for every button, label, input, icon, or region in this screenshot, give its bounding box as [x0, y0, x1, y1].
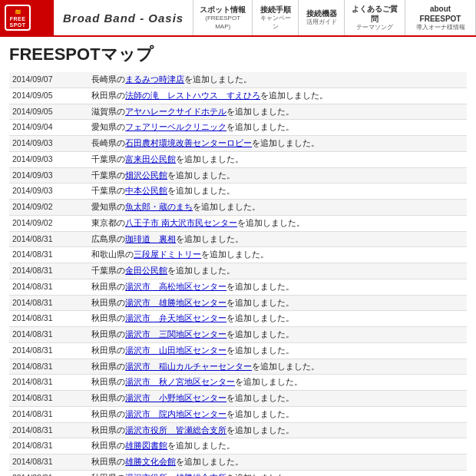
entry-link[interactable]: 雄勝図書館: [125, 441, 167, 450]
nav-item-0[interactable]: スポット情報(FREESPOT MAP): [193, 0, 253, 35]
date-cell: 2014/09/03: [9, 136, 88, 152]
entry-link[interactable]: 湯沢市役所 皆瀬総合支所: [125, 425, 226, 435]
entry-link[interactable]: 湯沢市 弁天地区センター: [125, 313, 226, 322]
entry-suffix: を追加しました。: [167, 186, 235, 195]
entry-link[interactable]: 湯沢市 秋ノ宮地区センター: [125, 377, 235, 386]
date-cell: 2014/08/31: [9, 231, 88, 247]
entry-link[interactable]: 金田公民館: [125, 266, 167, 275]
entry-link[interactable]: 湯沢市 院内地区センター: [125, 409, 226, 418]
info-cell: 秋田県の湯沢市 弁天地区センターを追加しました。: [88, 311, 467, 327]
table-row: 2014/09/05滋賀県のアヤハレークサイドホテルを追加しました。: [9, 104, 467, 120]
entry-link[interactable]: アヤハレークサイドホテル: [125, 107, 226, 116]
nav-item-3[interactable]: よくあるご質問テーマソング: [345, 0, 405, 35]
entry-prefix: 秋田県の: [91, 298, 125, 307]
entry-link[interactable]: 湯沢市 高松地区センター: [125, 282, 226, 291]
entry-link[interactable]: 珈琲道 裏相: [125, 234, 176, 243]
info-cell: 秋田県の湯沢市 高松地区センターを追加しました。: [88, 279, 467, 295]
map-table: 2014/09/07長崎県のまるみつ時津店を追加しました。2014/09/05秋…: [9, 72, 467, 476]
info-cell: 秋田県の雄勝文化会館を追加しました。: [88, 455, 467, 471]
table-row: 2014/08/31千葉県の金田公民館を追加しました。: [9, 263, 467, 279]
nav-item-2[interactable]: 接続機器活用ガイド: [299, 0, 345, 35]
table-row: 2014/08/31秋田県の湯沢市 稲山カルチャーセンターを追加しました。: [9, 359, 467, 375]
date-cell: 2014/08/31: [9, 247, 88, 263]
entry-prefix: 千葉県の: [91, 170, 125, 180]
entry-prefix: 長崎県の: [91, 138, 125, 147]
date-cell: 2014/08/31: [9, 327, 88, 343]
entry-prefix: 秋田県の: [91, 362, 125, 371]
table-row: 2014/09/03長崎県の石田農村環境改善センターロビーを追加しました。: [9, 136, 467, 152]
page-title: FREESPOTマップ: [9, 43, 467, 66]
info-cell: 東京都の八王子市 南大沢市民センターを追加しました。: [88, 215, 467, 231]
entry-link[interactable]: 中本公民館: [125, 186, 167, 195]
entry-link[interactable]: フェアリーベルクリニック: [125, 122, 226, 131]
date-cell: 2014/09/02: [9, 215, 88, 231]
entry-suffix: を追加しました。: [226, 425, 294, 435]
table-row: 2014/09/02愛知県の魚太郎・蔵のまちを追加しました。: [9, 200, 467, 216]
date-cell: 2014/08/31: [9, 263, 88, 279]
entry-suffix: を追加しました。: [167, 266, 235, 275]
entry-link[interactable]: 畑沢公民館: [125, 170, 167, 180]
entry-suffix: を追加しました。: [226, 329, 294, 339]
table-row: 2014/08/31広島県の珈琲道 裏相を追加しました。: [9, 231, 467, 247]
entry-prefix: 滋賀県の: [91, 107, 125, 116]
entry-prefix: 秋田県の: [91, 313, 125, 322]
entry-link[interactable]: 湯沢市 雄勝地区センター: [125, 298, 226, 307]
info-cell: 秋田県の雄勝図書館を追加しました。: [88, 438, 467, 455]
entry-link[interactable]: 雄勝文化会館: [125, 457, 176, 466]
entry-link[interactable]: 湯沢市 小野地区センター: [125, 393, 226, 402]
brand-area: Broad Band - Oasis: [54, 0, 193, 35]
entry-link[interactable]: 富来田公民館: [125, 154, 176, 164]
table-row: 2014/08/31秋田県の湯沢市 院内地区センターを追加しました。: [9, 406, 467, 422]
entry-suffix: を追加しました。: [260, 91, 328, 100]
entry-link[interactable]: 法師の滝 レストハウス すえひろ: [125, 91, 260, 100]
entry-prefix: 千葉県の: [91, 186, 125, 195]
entry-link[interactable]: 八王子市 南大沢市民センター: [125, 218, 237, 227]
info-cell: 愛知県のフェアリーベルクリニックを追加しました。: [88, 120, 467, 136]
nav-top-3: よくあるご質問: [349, 4, 400, 24]
entry-suffix: を追加しました。: [226, 345, 294, 355]
entry-suffix: を追加しました。: [176, 154, 243, 164]
entry-prefix: 秋田県の: [91, 282, 125, 291]
info-cell: 秋田県の湯沢市 小野地区センターを追加しました。: [88, 391, 467, 407]
entry-link[interactable]: まるみつ時津店: [125, 74, 184, 84]
entry-prefix: 秋田県の: [91, 425, 125, 435]
entry-prefix: 秋田県の: [91, 377, 125, 386]
date-cell: 2014/08/31: [9, 359, 88, 375]
date-cell: 2014/08/31: [9, 406, 88, 422]
date-cell: 2014/08/31: [9, 455, 88, 471]
info-cell: 千葉県の富来田公民館を追加しました。: [88, 151, 467, 167]
logo-area: ≋ FREE SPOT: [0, 0, 54, 35]
entry-prefix: 秋田県の: [91, 457, 125, 466]
entry-prefix: 秋田県の: [91, 393, 125, 402]
nav-bottom-4: 導入オーナ様情報: [416, 24, 465, 31]
date-cell: 2014/09/04: [9, 120, 88, 136]
entry-prefix: 長崎県の: [91, 74, 125, 84]
entry-link[interactable]: 湯沢市役所 雄勝総合支所: [125, 473, 226, 476]
entry-link[interactable]: 湯沢市 山田地区センター: [125, 345, 226, 355]
info-cell: 長崎県の石田農村環境改善センターロビーを追加しました。: [88, 136, 467, 152]
entry-link[interactable]: 三段屋ドミトリー: [134, 250, 201, 259]
entry-link[interactable]: 石田農村環境改善センターロビー: [125, 138, 252, 147]
entry-link[interactable]: 魚太郎・蔵のまち: [125, 202, 193, 211]
entry-prefix: 千葉県の: [91, 266, 125, 275]
nav-item-1[interactable]: 接続手順キャンペーン: [253, 0, 299, 35]
info-cell: 愛知県の魚太郎・蔵のまちを追加しました。: [88, 200, 467, 216]
entry-prefix: 愛知県の: [91, 122, 125, 131]
entry-prefix: 東京都の: [91, 218, 125, 227]
date-cell: 2014/08/31: [9, 295, 88, 311]
entry-link[interactable]: 湯沢市 稲山カルチャーセンター: [125, 362, 252, 371]
main-content: FREESPOTマップ 2014/09/07長崎県のまるみつ時津店を追加しました…: [0, 37, 476, 476]
entry-prefix: 秋田県の: [91, 441, 125, 450]
nav-bottom-1: キャンペーン: [257, 15, 293, 31]
date-cell: 2014/09/03: [9, 183, 88, 200]
date-cell: 2014/08/31: [9, 422, 88, 438]
date-cell: 2014/09/07: [9, 72, 88, 88]
nav-bottom-0: (FREESPOT MAP): [198, 15, 247, 31]
entry-link[interactable]: 湯沢市 三関地区センター: [125, 329, 226, 339]
nav-top-2: 接続機器: [306, 8, 337, 18]
info-cell: 千葉県の金田公民館を追加しました。: [88, 263, 467, 279]
entry-suffix: を追加しました。: [226, 393, 294, 402]
table-row: 2014/08/31秋田県の湯沢市役所 雄勝総合支所を追加しました。: [9, 470, 467, 476]
table-row: 2014/09/03千葉県の富来田公民館を追加しました。: [9, 151, 467, 167]
nav-item-4[interactable]: about FREESPOT導入オーナ様情報: [405, 0, 476, 35]
